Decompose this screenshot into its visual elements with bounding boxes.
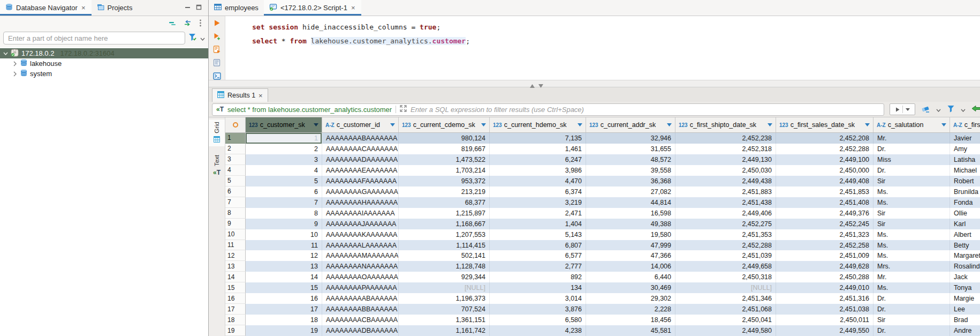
grid-cell[interactable]: 1,361,151 — [399, 315, 490, 325]
grid-cell[interactable]: 2,451,883 — [675, 186, 776, 197]
row-number[interactable]: 3 — [225, 154, 246, 165]
grid-cell[interactable]: Dr. — [873, 165, 950, 176]
tab-database-navigator[interactable]: Database Navigator × — [0, 0, 92, 16]
object-filter-input[interactable] — [3, 32, 185, 44]
grid-cell[interactable]: AAAAAAAAMAAAAAAA — [322, 250, 399, 261]
grid-cell[interactable]: 47,366 — [586, 250, 675, 261]
column-menu-icon[interactable] — [481, 123, 486, 126]
grid-cell[interactable]: Dr. — [873, 144, 950, 154]
grid-cell[interactable]: 2,450,318 — [675, 272, 776, 282]
grid-cell[interactable]: AAAAAAAANAAAAAAA — [322, 261, 399, 272]
grid-cell[interactable]: 27,082 — [586, 186, 675, 197]
grid-cell[interactable]: 953,372 — [399, 176, 490, 186]
grid-cell[interactable]: 9 — [246, 219, 322, 229]
grid-cell[interactable]: 16 — [246, 293, 322, 304]
grid-cell[interactable]: AAAAAAAACAAAAAAA — [322, 144, 399, 154]
grid-cell[interactable]: 4 — [246, 165, 322, 176]
grid-cell[interactable]: AAAAAAAAPAAAAAAA — [322, 282, 399, 293]
grid-cell[interactable]: AAAAAAAAOAAAAAAA — [322, 272, 399, 282]
grid-cell[interactable]: AAAAAAAAABAAAAAA — [322, 293, 399, 304]
grid-cell[interactable]: Fonda — [950, 197, 980, 208]
grid-cell[interactable]: 2,449,550 — [776, 325, 873, 336]
grid-cell[interactable]: Ms. — [873, 240, 950, 251]
grid-cell[interactable]: Dr. — [873, 293, 950, 304]
grid-cell[interactable]: 31,655 — [586, 144, 675, 154]
grid-cell[interactable]: 6,580 — [490, 315, 586, 325]
grid-cell[interactable]: 7 — [246, 197, 322, 208]
column-menu-icon[interactable] — [390, 123, 395, 126]
column-menu-icon[interactable] — [314, 123, 318, 126]
grid-cell[interactable]: 1,215,897 — [399, 208, 490, 219]
grid-cell[interactable]: Brad — [950, 315, 980, 325]
chevron-down-icon[interactable] — [936, 106, 941, 114]
row-number[interactable]: 11 — [225, 240, 246, 251]
grid-cell[interactable]: 134 — [490, 282, 586, 293]
row-number[interactable]: 8 — [225, 208, 246, 219]
grid-cell[interactable]: 2,450,011 — [776, 315, 873, 325]
grid-cell[interactable]: Ms. — [873, 197, 950, 208]
column-header-c_first_shipto_date_sk[interactable]: 123c_first_shipto_date_sk — [675, 117, 776, 132]
collapse-all-icon[interactable] — [169, 20, 176, 28]
expand-icon[interactable] — [400, 105, 407, 114]
grid-cell[interactable]: 6,374 — [490, 186, 586, 197]
grid-cell[interactable]: 707,524 — [399, 304, 490, 315]
grid-cell[interactable]: AAAAAAAABBAAAAAA — [322, 304, 399, 315]
grid-cell[interactable]: 929,344 — [399, 272, 490, 282]
grid-cell[interactable]: 2,449,010 — [776, 282, 873, 293]
grid-cell[interactable]: 68,377 — [399, 197, 490, 208]
column-header-c_first_sales_date_sk[interactable]: 123c_first_sales_date_sk — [776, 117, 873, 132]
collapse-up-icon[interactable] — [530, 81, 535, 89]
grid-cell[interactable]: 4,238 — [490, 325, 586, 336]
grid-cell[interactable]: 32,946 — [586, 133, 675, 144]
link-with-editor-icon[interactable] — [184, 20, 192, 28]
grid-cell[interactable]: Latisha — [950, 154, 980, 165]
grid-cell[interactable]: Jack — [950, 272, 980, 282]
column-menu-icon[interactable] — [667, 123, 672, 126]
column-header-c_salutation[interactable]: A-Zc_salutation — [873, 117, 950, 132]
grid-cell[interactable]: 2,450,030 — [675, 165, 776, 176]
grid-cell[interactable]: 6,577 — [490, 250, 586, 261]
tree-item-connection[interactable]: 172.18.0.2 172.18.0.2:31604 — [0, 48, 208, 58]
grid-cell[interactable]: 2,451,438 — [675, 197, 776, 208]
row-number[interactable]: 4 — [225, 165, 246, 176]
grid-cell[interactable]: Dr. — [873, 304, 950, 315]
column-menu-icon[interactable] — [578, 123, 582, 126]
grid-cell[interactable]: Sir — [873, 315, 950, 325]
grid-cell[interactable]: 2,449,408 — [776, 176, 873, 186]
tab-results-1[interactable]: Results 1 × — [212, 88, 268, 102]
grid-cell[interactable]: 1,196,373 — [399, 293, 490, 304]
grid-cell[interactable]: 2,449,130 — [675, 154, 776, 165]
tab-grid-view[interactable]: Grid — [209, 120, 225, 146]
grid-cell[interactable]: 2,450,041 — [675, 315, 776, 325]
grid-cell[interactable]: 1 — [246, 133, 322, 144]
grid-cell[interactable]: 892 — [490, 272, 586, 282]
grid-cell[interactable]: [NULL] — [399, 282, 490, 293]
grid-cell[interactable]: AAAAAAAADAAAAAAA — [322, 154, 399, 165]
column-header-c_current_cdemo_sk[interactable]: 123c_current_cdemo_sk — [399, 117, 490, 132]
grid-cell[interactable]: 1,473,522 — [399, 154, 490, 165]
grid-cell[interactable]: 2,452,245 — [776, 219, 873, 229]
grid-cell[interactable]: 2 — [246, 144, 322, 154]
grid-cell[interactable]: AAAAAAAAIAAAAAAA — [322, 208, 399, 219]
grid-cell[interactable]: 6,247 — [490, 154, 586, 165]
tab-text-view[interactable]: Text «T — [209, 153, 225, 178]
grid-cell[interactable]: Miss — [873, 154, 950, 165]
expander-closed-icon[interactable] — [12, 61, 18, 66]
column-menu-icon[interactable] — [865, 123, 870, 126]
grid-cell[interactable]: Sir — [873, 176, 950, 186]
grid-cell[interactable]: Amy — [950, 144, 980, 154]
grid-cell[interactable]: AAAAAAAAFAAAAAAA — [322, 176, 399, 186]
menu-kebab-icon[interactable] — [199, 19, 202, 28]
column-menu-icon[interactable] — [941, 123, 946, 126]
grid-cell[interactable]: 819,667 — [399, 144, 490, 154]
grid-cell[interactable]: 2,450,288 — [776, 272, 873, 282]
grid-cell[interactable]: Betty — [950, 240, 980, 251]
grid-cell[interactable]: Robert — [950, 176, 980, 186]
row-number[interactable]: 18 — [225, 315, 246, 325]
tab-script-1[interactable]: <172.18.0.2> Script-1 × — [264, 0, 361, 16]
row-number-header[interactable] — [225, 117, 246, 132]
sql-line[interactable]: select * from lakehouse.customer_analyti… — [252, 34, 980, 48]
collapse-down-icon[interactable] — [538, 81, 543, 89]
grid-cell[interactable]: 2,449,406 — [675, 208, 776, 219]
grid-cell[interactable]: AAAAAAAADBAAAAAA — [322, 325, 399, 336]
